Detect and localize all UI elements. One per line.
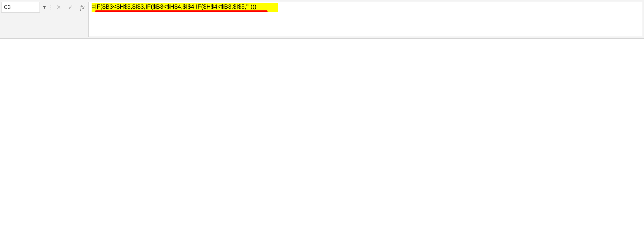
enter-formula-button[interactable]: ✓ [65, 0, 76, 14]
formula-text: =IF($B3<$H$3,$I$3,IF($B3<$H$4,$I$4,IF($H… [92, 3, 257, 10]
name-box-dropdown[interactable]: ▾ [41, 2, 48, 12]
name-box-wrap: C3 ▾ [0, 0, 49, 14]
formula-bar-divider: ⋮ [51, 0, 51, 14]
cancel-formula-button[interactable]: ✕ [53, 0, 65, 14]
name-box[interactable]: C3 [1, 2, 40, 12]
formula-underline-annotation [95, 10, 268, 12]
formula-bar: C3 ▾ ⋮ ✕ ✓ fx =IF($B3<$H$3,$I$3,IF($B3<$… [0, 0, 644, 39]
formula-input[interactable]: =IF($B3<$H$3,$I$3,IF($B3<$H$4,$I$4,IF($H… [88, 2, 642, 37]
insert-function-button[interactable]: fx [76, 0, 88, 14]
